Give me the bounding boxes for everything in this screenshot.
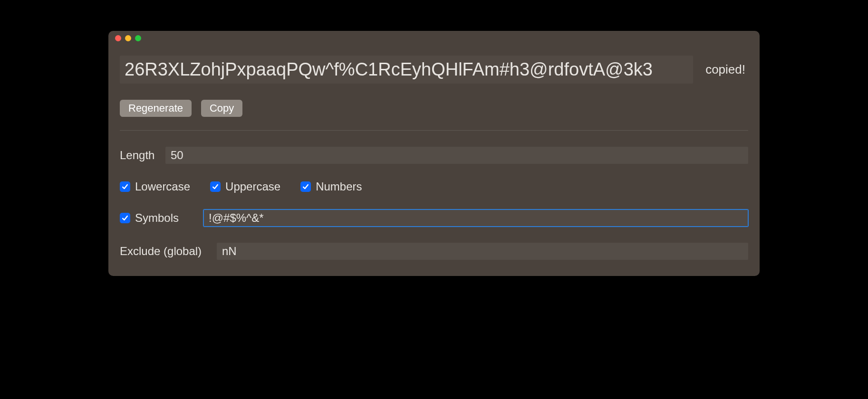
- numbers-label: Numbers: [316, 180, 362, 193]
- app-window: 26R3XLZohjPxpaaqPQw^f%C1RcEyhQHlFAm#h3@r…: [108, 31, 760, 276]
- copy-status: copied!: [705, 62, 748, 77]
- length-input[interactable]: [165, 147, 748, 164]
- lowercase-checkbox[interactable]: [120, 181, 130, 192]
- symbols-input[interactable]: [203, 209, 748, 227]
- check-icon: [302, 183, 309, 190]
- copy-button[interactable]: Copy: [201, 100, 242, 117]
- lowercase-label: Lowercase: [135, 180, 190, 193]
- content: 26R3XLZohjPxpaaqPQw^f%C1RcEyhQHlFAm#h3@r…: [108, 45, 760, 276]
- check-icon: [121, 183, 129, 190]
- symbols-checkbox[interactable]: [120, 213, 130, 223]
- separator: [120, 130, 748, 131]
- check-icon: [212, 183, 219, 190]
- symbols-label: Symbols: [135, 211, 179, 225]
- uppercase-checkbox[interactable]: [210, 181, 221, 192]
- titlebar: [108, 31, 760, 45]
- regenerate-button[interactable]: Regenerate: [120, 100, 192, 117]
- minimize-icon[interactable]: [125, 35, 131, 41]
- length-label: Length: [120, 149, 165, 162]
- exclude-input[interactable]: [217, 243, 748, 260]
- password-output[interactable]: 26R3XLZohjPxpaaqPQw^f%C1RcEyhQHlFAm#h3@r…: [120, 56, 693, 84]
- numbers-checkbox[interactable]: [300, 181, 311, 192]
- zoom-icon[interactable]: [135, 35, 141, 41]
- exclude-label: Exclude (global): [120, 245, 217, 258]
- check-icon: [121, 214, 129, 222]
- close-icon[interactable]: [115, 35, 121, 41]
- uppercase-label: Uppercase: [225, 180, 280, 193]
